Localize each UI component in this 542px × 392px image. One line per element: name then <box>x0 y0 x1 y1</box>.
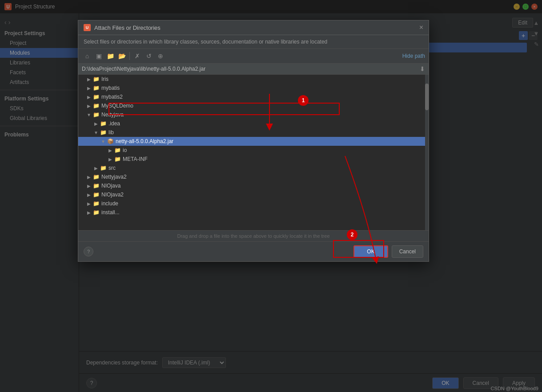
path-row: ⬇ <box>78 64 429 75</box>
tree-arrow-lib: ▼ <box>92 129 100 136</box>
dialog-folder-open-button[interactable]: 📁 <box>105 51 116 61</box>
tree-label-src: src <box>108 165 116 171</box>
folder-icon-mybatis: 📁 <box>92 84 100 92</box>
tree-item-mybatis2[interactable]: ▶ 📁 mybatis2 <box>78 92 429 101</box>
dialog-title-bar: U Attach Files or Directories × <box>78 20 429 35</box>
tree-label-install: install... <box>101 209 120 216</box>
folder-icon-meta-inf: 📁 <box>114 156 121 163</box>
dialog-help-button[interactable]: ? <box>84 247 93 256</box>
tree-arrow-mysqldemo: ▶ <box>85 102 92 109</box>
tree-item-meta-inf[interactable]: ▶ 📁 META-INF <box>78 155 429 164</box>
tree-label-netty-jar: netty-all-5.0.0.Alpha2.jar <box>116 138 173 144</box>
dialog-desktop-button[interactable]: ▣ <box>93 51 104 61</box>
toolbar-separator <box>129 52 130 60</box>
tree-label-idea: .idea <box>108 120 120 127</box>
dialog-delete-button[interactable]: ✗ <box>132 51 143 61</box>
tree-arrow-mybatis2: ▶ <box>85 93 92 100</box>
scrollbar-thumb[interactable] <box>425 84 429 110</box>
dialog-title: Attach Files or Directories <box>94 24 416 31</box>
tree-item-niojava[interactable]: ▶ 📁 NIOjava <box>78 181 429 190</box>
file-tree[interactable]: ▶ 📁 Iris ▶ 📁 mybatis ▶ 📁 mybatis2 ▶ 📁 <box>78 75 429 230</box>
tree-label-mysqldemo: MySQLDemo <box>101 103 133 109</box>
dialog-home-button[interactable]: ⌂ <box>82 51 92 61</box>
jar-icon-netty: 📦 <box>107 138 114 145</box>
dialog-bottom: ? OK Cancel <box>78 241 429 261</box>
folder-icon-iris: 📁 <box>92 76 100 83</box>
tree-label-nettyjava2: Nettyjava2 <box>101 174 127 180</box>
tree-arrow-netty-jar: ▼ <box>100 138 107 145</box>
folder-icon-mysqldemo: 📁 <box>92 102 100 109</box>
tree-label-niojava2: NIOjava2 <box>101 192 124 198</box>
tree-item-lib[interactable]: ▼ 📁 lib <box>78 128 429 137</box>
folder-icon-include: 📁 <box>92 200 100 207</box>
folder-icon-nettyjava: 📁 <box>92 111 100 118</box>
dialog-refresh-button[interactable]: ↺ <box>144 51 154 61</box>
tree-arrow-mybatis: ▶ <box>85 84 92 92</box>
tree-label-mybatis2: mybatis2 <box>101 94 123 100</box>
tree-arrow-idea: ▶ <box>92 120 100 127</box>
tree-label-lib: lib <box>108 129 114 136</box>
tree-item-install[interactable]: ▶ 📁 install... <box>78 208 429 217</box>
dialog-close-button[interactable]: × <box>419 24 423 31</box>
tree-arrow-src: ▶ <box>92 164 100 172</box>
attach-files-dialog: U Attach Files or Directories × Select f… <box>78 20 429 262</box>
folder-icon-src: 📁 <box>100 164 107 172</box>
hide-path-button[interactable]: Hide path <box>402 53 425 59</box>
tree-label-niojava: NIOjava <box>101 183 120 189</box>
folder-icon-nettyjava2: 📁 <box>92 173 100 180</box>
tree-label-io: io <box>123 147 127 153</box>
tree-item-niojava2[interactable]: ▶ 📁 NIOjava2 <box>78 190 429 199</box>
folder-icon-lib: 📁 <box>100 129 107 136</box>
folder-icon-niojava2: 📁 <box>92 191 100 198</box>
dialog-ok-button[interactable]: OK <box>353 245 388 258</box>
tree-arrow-nettyjava: ▼ <box>85 111 92 118</box>
annotation-circle-2: 2 <box>347 229 357 240</box>
dialog-subtitle: Select files or directories in which lib… <box>78 35 429 49</box>
path-download-button[interactable]: ⬇ <box>420 65 425 72</box>
dialog-button-group: OK Cancel <box>353 245 423 258</box>
dialog-toolbar: ⌂ ▣ 📁 📂 ✗ ↺ ⊕ Hide path <box>78 49 429 64</box>
tree-item-idea[interactable]: ▶ 📁 .idea <box>78 119 429 128</box>
dialog-network-button[interactable]: ⊕ <box>155 51 166 61</box>
tree-arrow-niojava: ▶ <box>85 182 92 189</box>
folder-icon-idea: 📁 <box>100 120 107 127</box>
folder-icon-mybatis2: 📁 <box>92 93 100 100</box>
tree-label-include: include <box>101 200 118 207</box>
tree-item-mybatis[interactable]: ▶ 📁 mybatis <box>78 84 429 92</box>
tree-item-mysqldemo[interactable]: ▶ 📁 MySQLDemo <box>78 101 429 110</box>
tree-item-src[interactable]: ▶ 📁 src <box>78 164 429 172</box>
tree-label-meta-inf: META-INF <box>123 156 148 162</box>
tree-arrow-install: ▶ <box>85 209 92 216</box>
folder-icon-niojava: 📁 <box>92 182 100 189</box>
tree-item-io[interactable]: ▶ 📁 io <box>78 146 429 155</box>
tree-item-nettyjava2[interactable]: ▶ 📁 Nettyjava2 <box>78 172 429 181</box>
tree-arrow-io: ▶ <box>107 147 114 154</box>
dialog-overlay: U Attach Files or Directories × Select f… <box>0 0 542 392</box>
folder-icon-io: 📁 <box>114 147 121 154</box>
dialog-cancel-button[interactable]: Cancel <box>392 245 423 258</box>
dialog-folder-new-button[interactable]: 📂 <box>116 51 127 61</box>
tree-item-iris[interactable]: ▶ 📁 Iris <box>78 75 429 84</box>
annotation-circle-1: 1 <box>298 95 309 106</box>
tree-arrow-nettyjava2: ▶ <box>85 173 92 180</box>
main-window: U Project Structure − □ × ‹ › Project Se… <box>0 0 542 392</box>
watermark: CSDN @YouthBlood9 <box>491 386 538 391</box>
scrollbar-track <box>425 75 429 230</box>
folder-icon-install: 📁 <box>92 209 100 216</box>
tree-item-netty-jar[interactable]: ▼ 📦 netty-all-5.0.0.Alpha2.jar <box>78 137 429 146</box>
tree-label-iris: Iris <box>101 76 108 82</box>
tree-item-include[interactable]: ▶ 📁 include <box>78 199 429 208</box>
dialog-icon: U <box>84 24 91 31</box>
path-input[interactable] <box>82 66 420 72</box>
tree-label-nettyjava: Nettyjava <box>101 112 124 118</box>
drag-hint: Drag and drop a file into the space abov… <box>78 230 429 241</box>
tree-label-mybatis: mybatis <box>101 85 120 91</box>
tree-item-nettyjava[interactable]: ▼ 📁 Nettyjava <box>78 110 429 119</box>
tree-arrow-meta-inf: ▶ <box>107 156 114 163</box>
tree-arrow-niojava2: ▶ <box>85 191 92 198</box>
tree-arrow-include: ▶ <box>85 200 92 207</box>
tree-arrow-iris: ▶ <box>85 76 92 83</box>
